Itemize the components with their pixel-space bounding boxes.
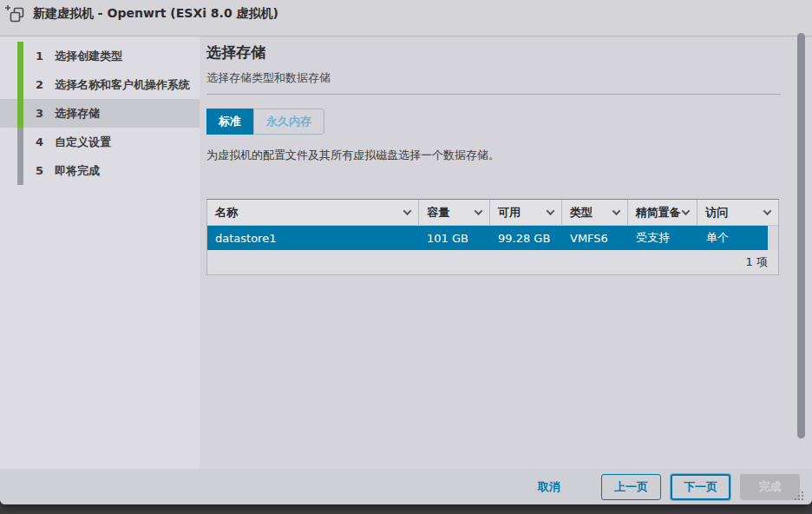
step-label: 即将完成 [55, 156, 100, 185]
wizard-step-5[interactable]: 5 即将完成 [0, 156, 200, 185]
resize-grip[interactable] [792, 489, 804, 501]
step-label: 自定义设置 [55, 128, 111, 156]
step-progress-bar [17, 42, 23, 70]
new-vm-wizard-dialog: 新建虚拟机 - Openwrt (ESXi 8.0 虚拟机) 1 选择创建类型 … [0, 0, 812, 504]
chevron-down-icon[interactable] [612, 207, 620, 215]
wizard-footer: 取消 上一页 下一页 完成 [0, 469, 812, 504]
column-header-access[interactable]: 访问 [697, 200, 778, 225]
column-header-thin-provisioning[interactable]: 精简置备 [627, 200, 697, 225]
datastore-table-header: 名称 容量 可用 类型 [207, 200, 778, 226]
column-header-label: 名称 [215, 205, 238, 221]
cell-thin-provisioning: 受支持 [628, 226, 698, 250]
step-number: 4 [36, 128, 44, 156]
wizard-step-4[interactable]: 4 自定义设置 [0, 128, 200, 156]
wizard-step-1[interactable]: 1 选择创建类型 [0, 42, 200, 70]
table-scrollbar-gutter [768, 226, 778, 250]
next-button[interactable]: 下一页 [671, 474, 730, 500]
chevron-down-icon[interactable] [474, 207, 482, 215]
datastore-instruction-text: 为虚拟机的配置文件及其所有虚拟磁盘选择一个数据存储。 [206, 148, 812, 163]
step-label: 选择名称和客户机操作系统 [55, 70, 190, 99]
resize-grip-dots [792, 489, 794, 491]
column-header-label: 类型 [570, 205, 593, 221]
section-divider [206, 94, 781, 95]
back-button[interactable]: 上一页 [601, 474, 661, 500]
table-row-datastore1-selected[interactable]: datastore1 101 GB 99.28 GB VMFS6 受支持 单个 [207, 226, 768, 250]
step-number: 5 [36, 156, 44, 185]
step-progress-bar [17, 156, 23, 185]
step-label: 选择创建类型 [55, 42, 122, 70]
column-header-type[interactable]: 类型 [561, 200, 627, 225]
column-header-name[interactable]: 名称 [207, 200, 418, 225]
wizard-steps-sidebar: 1 选择创建类型 2 选择名称和客户机操作系统 3 选择存储 4 自定义设置 5 [0, 36, 200, 469]
vertical-scrollbar-thumb[interactable] [797, 33, 805, 438]
step-number: 2 [36, 70, 44, 99]
step-number: 3 [36, 99, 44, 128]
wizard-step-3-current[interactable]: 3 选择存储 [0, 99, 200, 128]
datastore-table: 名称 容量 可用 类型 [206, 199, 779, 275]
page-title: 选择存储 [206, 42, 812, 63]
column-header-label: 可用 [498, 205, 521, 221]
step-label: 选择存储 [55, 99, 100, 128]
finish-button-disabled: 完成 [740, 474, 800, 500]
item-count: 1 项 [746, 254, 768, 270]
column-header-capacity[interactable]: 容量 [418, 200, 489, 225]
dialog-body: 1 选择创建类型 2 选择名称和客户机操作系统 3 选择存储 4 自定义设置 5 [0, 36, 812, 469]
chevron-down-icon[interactable] [403, 207, 412, 215]
step-progress-bar [17, 99, 23, 128]
chevron-down-icon[interactable] [682, 207, 691, 215]
dialog-title: 新建虚拟机 - Openwrt (ESXi 8.0 虚拟机) [33, 4, 278, 22]
step-progress-bar [17, 70, 23, 99]
cell-capacity: 101 GB [419, 226, 490, 250]
table-footer: 1 项 [207, 250, 778, 274]
new-vm-icon [5, 4, 26, 23]
column-header-label: 容量 [427, 205, 449, 221]
column-header-label: 精简置备 [636, 205, 681, 221]
cell-name: datastore1 [207, 226, 419, 250]
column-header-label: 访问 [705, 205, 728, 221]
chevron-down-icon[interactable] [763, 207, 772, 215]
dialog-titlebar: 新建虚拟机 - Openwrt (ESXi 8.0 虚拟机) [0, 0, 812, 36]
wizard-step-2[interactable]: 2 选择名称和客户机操作系统 [0, 70, 200, 99]
cell-type: VMFS6 [562, 226, 628, 250]
storage-type-tabs: 标准 永久内存 [206, 109, 324, 135]
tab-standard[interactable]: 标准 [206, 109, 253, 135]
main-content: 选择存储 选择存储类型和数据存储 标准 永久内存 为虚拟机的配置文件及其所有虚拟… [200, 36, 812, 469]
page-subtitle: 选择存储类型和数据存储 [206, 70, 812, 86]
column-header-free[interactable]: 可用 [489, 200, 561, 225]
chevron-down-icon[interactable] [546, 207, 554, 215]
cell-access: 单个 [698, 226, 768, 250]
cancel-button[interactable]: 取消 [527, 474, 571, 500]
step-number: 1 [36, 42, 44, 70]
table-row-container: datastore1 101 GB 99.28 GB VMFS6 受支持 单个 [207, 226, 778, 250]
step-progress-bar [17, 128, 23, 156]
cell-free: 99.28 GB [490, 226, 562, 250]
tab-persistent-memory[interactable]: 永久内存 [253, 109, 324, 135]
